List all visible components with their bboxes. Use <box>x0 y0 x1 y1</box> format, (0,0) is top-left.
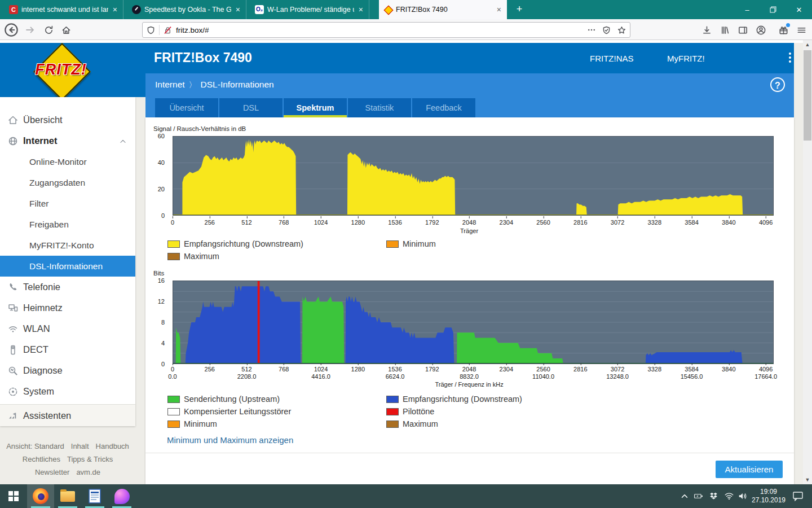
minimize-button[interactable]: – <box>734 0 760 19</box>
footer-link-handbuch[interactable]: Handbuch <box>96 442 129 450</box>
x-tick-label: 3840 <box>722 366 735 373</box>
footer-link-tipps[interactable]: Tipps & Tricks <box>67 455 113 463</box>
y-tick-label: 8 <box>161 319 165 326</box>
sidebar-item-uebersicht[interactable]: Übersicht <box>0 110 135 130</box>
sidebar-item-freigaben[interactable]: Freigaben <box>0 214 135 235</box>
content-card: Signal / Rausch-Verhältnis in dB 0204060… <box>145 117 794 484</box>
show-minmax-link[interactable]: Minimum und Maximum anzeigen <box>167 435 293 445</box>
home-button[interactable] <box>58 22 74 38</box>
sidebar-item-internet[interactable]: Internet <box>0 130 135 151</box>
myfritz-link[interactable]: MyFRITZ! <box>667 54 705 63</box>
taskbar-document-app[interactable] <box>81 484 108 508</box>
url-bar[interactable]: fritz.box/# <box>142 22 630 38</box>
footer-link-avmde[interactable]: avm.de <box>76 468 100 476</box>
legend-label: Minimum <box>403 239 436 248</box>
browser-tab[interactable]: Speedtest by Ookla - The Globa × <box>127 0 246 19</box>
speedtest-favicon-icon <box>132 5 141 14</box>
sidebar-item-heimnetz[interactable]: Heimnetz <box>0 297 135 318</box>
breadcrumb-section[interactable]: Internet <box>155 80 185 89</box>
refresh-button[interactable]: Aktualisieren <box>716 461 783 478</box>
tab-feedback[interactable]: Feedback <box>412 98 475 117</box>
taskbar-purple-app[interactable] <box>108 484 135 508</box>
tab-dsl[interactable]: DSL <box>219 98 283 117</box>
sidebar-item-assistenten[interactable]: Assistenten <box>0 404 135 426</box>
chart-svg <box>173 281 773 364</box>
page-scrollbar[interactable]: ▲ ▼ <box>803 40 812 484</box>
forward-button[interactable] <box>22 22 38 38</box>
scroll-down-icon[interactable]: ▼ <box>803 475 812 484</box>
wifi-icon[interactable] <box>724 491 734 501</box>
battery-icon[interactable] <box>694 491 704 501</box>
browser-tab-active[interactable]: FRITZ!Box 7490 × <box>379 0 507 19</box>
x-tick-label: 3584 <box>685 219 698 226</box>
footer-link-rechtliches[interactable]: Rechtliches <box>23 455 60 463</box>
sidebar-item-telefonie[interactable]: Telefonie <box>0 277 135 297</box>
insecure-lock-icon[interactable] <box>163 25 173 35</box>
footer-link-newsletter[interactable]: Newsletter <box>35 468 69 476</box>
back-button[interactable] <box>3 22 19 38</box>
whats-new-gift-icon[interactable] <box>775 22 791 38</box>
sidebar-item-system[interactable]: System <box>0 381 135 402</box>
tab-statistik[interactable]: Statistik <box>348 98 411 117</box>
series-region <box>457 332 563 364</box>
close-window-button[interactable]: ✕ <box>786 0 812 19</box>
menu-hamburger-icon[interactable] <box>793 22 809 38</box>
new-tab-button[interactable]: + <box>512 2 527 17</box>
downloads-icon[interactable] <box>699 22 714 38</box>
help-button[interactable]: ? <box>770 77 785 92</box>
library-icon[interactable] <box>717 22 732 38</box>
footer-link-ansicht[interactable]: Ansicht: Standard <box>6 442 64 450</box>
x-tick-label: 2048 <box>462 366 476 373</box>
taskbar-clock[interactable]: 19:09 27.10.2019 <box>751 488 786 505</box>
legend-item: Empfangsrichtung (Downstream) <box>386 393 522 405</box>
permissions-shield-icon[interactable] <box>602 25 611 35</box>
account-icon[interactable] <box>753 22 769 38</box>
legend-label: Kompensierter Leitungsstörer <box>184 407 291 416</box>
magnifier-icon <box>7 365 19 376</box>
x-tick-label: 768 <box>279 219 289 226</box>
browser-tab[interactable]: O₂ W-Lan Probleme/ ständige unt × <box>250 0 369 19</box>
dropbox-icon[interactable] <box>709 491 719 501</box>
y-tick-label: 20 <box>158 186 165 192</box>
url-text[interactable]: fritz.box/# <box>176 26 587 34</box>
bookmark-star-icon[interactable] <box>617 25 626 35</box>
tracking-shield-icon[interactable] <box>146 25 156 35</box>
sidebar-item-zugangsdaten[interactable]: Zugangsdaten <box>0 172 135 193</box>
legend-item: Senderichtung (Upstream) <box>167 393 386 405</box>
legend-swatch <box>167 253 180 260</box>
close-tab-icon[interactable]: × <box>358 5 364 14</box>
browser-tab[interactable]: C internet schwankt und ist langs × <box>5 0 123 19</box>
fritznas-link[interactable]: FRITZ!NAS <box>590 54 634 63</box>
legend-label: Empfangsrichtung (Downstream) <box>184 239 303 248</box>
scrollbar-thumb[interactable] <box>804 50 811 141</box>
tab-uebersicht[interactable]: Übersicht <box>155 98 218 117</box>
restore-button[interactable] <box>760 0 786 19</box>
sidebar-item-myfritz-konto[interactable]: MyFRITZ!-Konto <box>0 235 135 256</box>
taskbar-file-explorer[interactable] <box>54 484 81 508</box>
sidebar-item-dsl-informationen[interactable]: DSL-Informationen <box>0 256 135 277</box>
reload-button[interactable] <box>41 22 56 38</box>
scroll-up-icon[interactable]: ▲ <box>803 40 812 49</box>
hidden-icons-chevron[interactable] <box>679 491 690 501</box>
home-icon <box>7 115 19 126</box>
speaker-icon[interactable] <box>738 491 748 501</box>
taskbar-firefox[interactable] <box>27 484 54 508</box>
browser-toolbar: fritz.box/# <box>0 19 812 40</box>
footer-link-inhalt[interactable]: Inhalt <box>71 442 89 450</box>
notification-center-icon[interactable] <box>792 491 804 502</box>
page-actions-icon[interactable] <box>587 25 596 34</box>
legend-label: Pilottöne <box>403 407 434 416</box>
close-tab-icon[interactable]: × <box>112 5 118 14</box>
sidebar-item-dect[interactable]: DECT <box>0 339 135 360</box>
sidebar-toggle-icon[interactable] <box>735 22 751 38</box>
close-tab-icon[interactable]: × <box>235 5 241 14</box>
sidebar-item-online-monitor[interactable]: Online-Monitor <box>0 151 135 172</box>
sidebar-item-wlan[interactable]: WLAN <box>0 318 135 339</box>
series-region <box>258 281 260 364</box>
close-tab-icon[interactable]: × <box>496 5 502 14</box>
start-button[interactable] <box>0 484 27 508</box>
kebab-menu-icon[interactable] <box>786 51 794 66</box>
tab-spektrum[interactable]: Spektrum <box>284 98 347 117</box>
sidebar-item-diagnose[interactable]: Diagnose <box>0 360 135 381</box>
sidebar-item-filter[interactable]: Filter <box>0 193 135 214</box>
